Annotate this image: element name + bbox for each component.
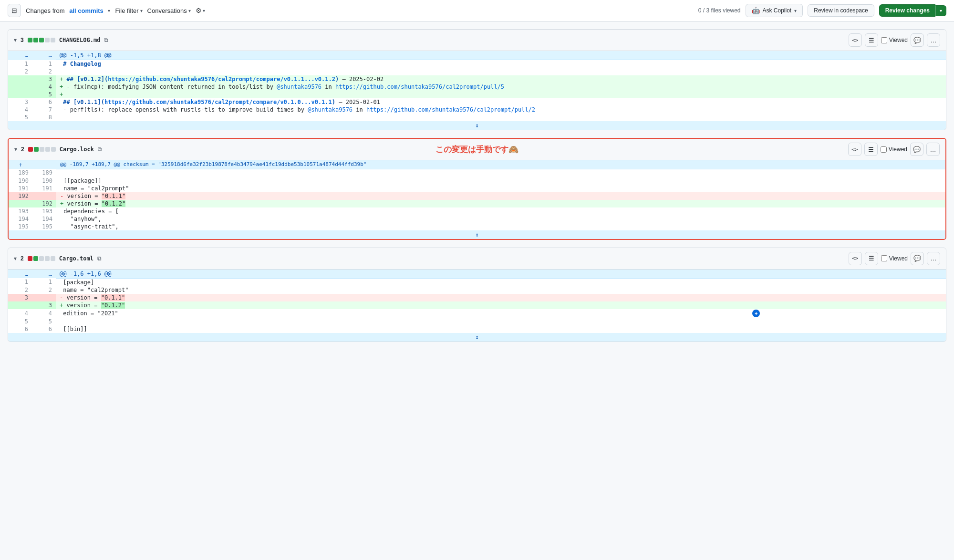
diff-table-changelog: … … @@ -1,5 +1,8 @@ 1 1 # Changelog 2 2 … (8, 51, 946, 130)
line-ctx: 2 2 name = "cal2prompt" (8, 286, 946, 294)
diff-count-cargotoml: 2 (21, 255, 24, 262)
viewed-checkbox-changelog[interactable]: Viewed (881, 37, 908, 43)
filename-cargolock[interactable]: Cargo.lock (60, 146, 94, 153)
settings-nav[interactable]: ⚙ ▾ (196, 7, 205, 14)
file-header-left-cargotoml: ▾ 2 Cargo.toml ⧉ (14, 255, 102, 262)
review-codespace-btn[interactable]: Review in codespace (808, 4, 874, 17)
file-filter-label: File filter (115, 7, 138, 14)
line-ctx: 5 5 (8, 318, 946, 325)
more-btn-changelog[interactable]: … (927, 33, 940, 47)
ask-copilot-label: Ask Copilot (763, 7, 792, 14)
topbar-right: 0 / 3 files viewed 🤖 Ask Copilot ▾ Revie… (698, 4, 946, 17)
line-add: 3 + ## [v0.1.2](https://github.com/shunt… (8, 75, 946, 83)
hunk-row: … … @@ -1,5 +1,8 @@ (8, 51, 946, 60)
copilot-icon: 🤖 (752, 7, 760, 14)
diff-pills-cargolock (28, 147, 56, 152)
changes-nav-item[interactable]: Changes from all commits ▾ (26, 7, 110, 14)
line-ctx: 6 6 [[bin]] (8, 325, 946, 333)
filename-cargotoml[interactable]: Cargo.toml (59, 255, 93, 262)
diff-count-changelog: 3 (21, 37, 24, 43)
file-view-btn-cargotoml[interactable]: ☰ (865, 252, 878, 265)
expand-row[interactable]: ↕ (8, 121, 946, 130)
line-ctx: 4 7 - perf(tls): replace openssl with ru… (8, 106, 946, 114)
line-ctx: 193 193 dependencies = [ (9, 207, 945, 215)
line-add: 192 + version = "0.1.2" (9, 200, 945, 207)
code-view-btn-cargolock[interactable]: <> (848, 143, 861, 156)
review-changes-label: Review changes (885, 7, 930, 14)
comment-btn-cargolock[interactable]: 💬 (910, 143, 923, 156)
file-header-left-cargolock: ▾ 2 Cargo.lock ⧉ (14, 146, 102, 153)
more-btn-cargolock[interactable]: … (926, 143, 940, 156)
review-changes-btn[interactable]: Review changes ▾ (879, 4, 946, 17)
line-ctx: 189 189 (9, 169, 945, 177)
file-block-changelog: ▾ 3 CHANGELOG.md ⧉ <> ☰ Viewed 💬 (8, 29, 946, 130)
topbar-left: ⊟ Changes from all commits ▾ File filter… (8, 4, 205, 17)
viewed-label-cargotoml: Viewed (889, 255, 908, 262)
conversations-label: Conversations (147, 7, 187, 14)
ask-copilot-btn[interactable]: 🤖 Ask Copilot ▾ (746, 4, 803, 17)
file-header-cargolock: ▾ 2 Cargo.lock ⧉ この変更は手動です🙈 <> ☰ Viewed (9, 139, 945, 160)
more-btn-cargotoml[interactable]: … (927, 252, 940, 265)
line-ctx: 194 194 "anyhow", (9, 215, 945, 223)
ask-copilot-chevron: ▾ (794, 8, 797, 13)
viewed-label-changelog: Viewed (889, 37, 908, 43)
viewed-label-cargolock: Viewed (889, 146, 907, 153)
file-header-right: <> ☰ Viewed 💬 … (849, 33, 940, 47)
collapse-icon-changelog[interactable]: ▾ (14, 37, 17, 43)
hunk-old-num: … (8, 51, 32, 60)
copy-path-changelog[interactable]: ⧉ (104, 37, 108, 43)
copy-path-cargolock[interactable]: ⧉ (98, 146, 102, 153)
file-header-cargotoml: ▾ 2 Cargo.toml ⧉ <> ☰ Viewed 💬 (8, 248, 946, 270)
line-ctx: 191 191 name = "cal2prompt" (9, 185, 945, 192)
file-header-changelog: ▾ 3 CHANGELOG.md ⧉ <> ☰ Viewed 💬 (8, 30, 946, 51)
review-changes-arrow[interactable]: ▾ (935, 5, 946, 16)
file-filter-chevron: ▾ (140, 8, 143, 13)
line-ctx: 2 2 (8, 68, 946, 75)
comment-btn-changelog[interactable]: 💬 (911, 33, 924, 47)
comment-btn-cargotoml[interactable]: 💬 (911, 252, 924, 265)
diff-count-cargolock: 2 (21, 146, 24, 153)
file-view-btn-changelog[interactable]: ☰ (865, 33, 878, 47)
main-content: ▾ 3 CHANGELOG.md ⧉ <> ☰ Viewed 💬 (0, 21, 954, 350)
line-ctx: 3 6 ## [v0.1.1](https://github.com/shunt… (8, 98, 946, 106)
line-add: 4 + - fix(mcp): modifying JSON content r… (8, 83, 946, 91)
viewed-checkbox-cargotoml[interactable]: Viewed (881, 255, 908, 262)
changes-label: Changes from (26, 7, 65, 14)
line-add: 3 + version = "0.1.2" (8, 301, 946, 309)
topbar: ⊟ Changes from all commits ▾ File filter… (0, 0, 954, 21)
line-new-num: 1 (32, 60, 56, 68)
diff-table-cargolock: ↑ @@ -189,7 +189,7 @@ checksum = "325918… (9, 160, 945, 239)
line-ctx: 1 1 [package] (8, 278, 946, 286)
line-del: 192 - version = "0.1.1" (9, 192, 945, 200)
hunk-row: ↑ @@ -189,7 +189,7 @@ checksum = "325918… (9, 160, 945, 169)
hunk-new-num: … (32, 51, 56, 60)
line-content: # Changelog (56, 60, 946, 68)
hunk-row: … … @@ -1,6 +1,6 @@ (8, 270, 946, 279)
filename-changelog[interactable]: CHANGELOG.md (59, 37, 101, 43)
code-view-btn-changelog[interactable]: <> (849, 33, 862, 47)
conversations-nav[interactable]: Conversations ▾ (147, 7, 191, 14)
line-ctx: 1 1 # Changelog (8, 60, 946, 68)
changes-chevron: ▾ (108, 8, 110, 13)
copy-path-cargotoml[interactable]: ⧉ (97, 255, 102, 262)
diff-pills-changelog (28, 38, 55, 42)
file-filter-nav[interactable]: File filter ▾ (115, 7, 142, 14)
code-view-btn-cargotoml[interactable]: <> (849, 252, 862, 265)
gear-icon: ⚙ (196, 7, 202, 14)
expand-row-cargolock[interactable]: ↕ (9, 230, 945, 239)
settings-chevron: ▾ (203, 8, 205, 13)
review-changes-main[interactable]: Review changes (879, 4, 935, 17)
expand-row-cargotoml[interactable]: ↕ (8, 333, 946, 342)
file-header-right-cargolock: <> ☰ Viewed 💬 … (848, 143, 940, 156)
sidebar-toggle[interactable]: ⊟ (8, 4, 21, 17)
file-view-btn-cargolock[interactable]: ☰ (864, 143, 878, 156)
collapse-icon-cargolock[interactable]: ▾ (14, 146, 17, 153)
collapse-icon-cargotoml[interactable]: ▾ (14, 255, 17, 262)
all-commits-label[interactable]: all commits (69, 7, 104, 14)
viewed-checkbox-cargolock[interactable]: Viewed (881, 146, 907, 153)
file-header-right-cargotoml: <> ☰ Viewed 💬 … (849, 252, 940, 265)
file-block-cargotoml: ▾ 2 Cargo.toml ⧉ <> ☰ Viewed 💬 (8, 248, 946, 342)
line-old-num: 1 (8, 60, 32, 68)
diff-pills-cargotoml (28, 256, 55, 261)
line-ctx: 190 190 [[package]] (9, 177, 945, 185)
